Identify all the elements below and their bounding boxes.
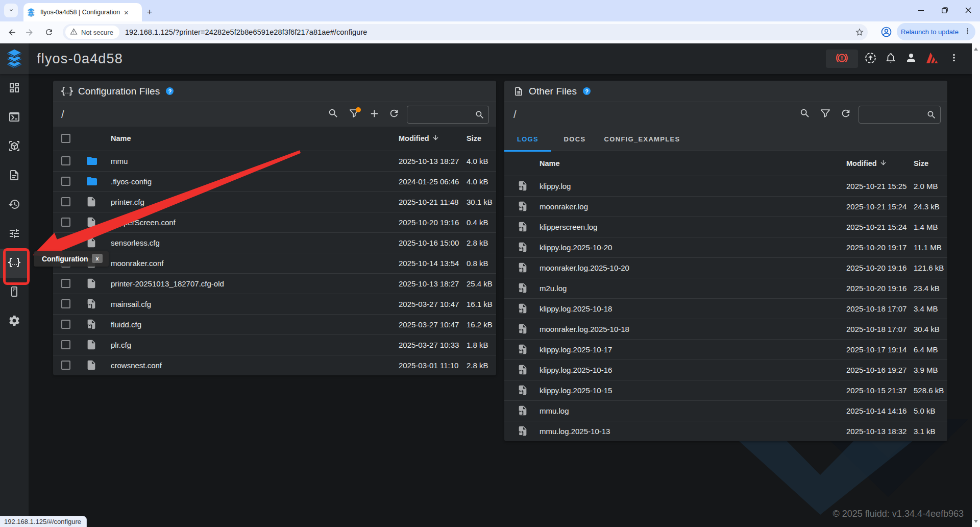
file-lock-icon <box>86 298 103 309</box>
file-row[interactable]: plr.cfg2025-03-27 10:331.8 kB <box>53 334 496 355</box>
file-row[interactable]: KlipperScreen.conf2025-10-20 19:160.4 kB <box>53 212 496 232</box>
file-row[interactable]: klippy.log2025-10-21 15:252.0 MB <box>504 176 947 196</box>
row-checkbox[interactable] <box>61 197 70 206</box>
file-row[interactable]: klippy.log.2025-10-162025-10-16 19:273.9… <box>504 360 947 380</box>
file-row[interactable]: klippy.log.2025-10-182025-10-18 17:073.4… <box>504 298 947 319</box>
profile-avatar-icon[interactable] <box>879 25 893 39</box>
column-size[interactable]: Size <box>467 127 496 151</box>
sidebar-item-console[interactable] <box>0 103 29 132</box>
scroll-down-arrow-icon[interactable] <box>974 520 978 523</box>
cube-scan-icon <box>8 140 20 154</box>
plus-icon <box>369 108 380 122</box>
configuration-files-header[interactable]: Configuration Files ? <box>53 81 496 102</box>
file-row[interactable]: moonraker.conf2025-10-14 13:540.8 kB <box>53 253 496 273</box>
file-row[interactable]: sensorless.cfg2025-10-16 15:002.8 kB <box>53 232 496 253</box>
window-minimize-button[interactable] <box>910 0 933 20</box>
row-checkbox[interactable] <box>61 279 70 288</box>
row-checkbox[interactable] <box>61 340 70 349</box>
file-row[interactable]: mmu.log.2025-10-132025-10-13 18:323.1 kB <box>504 421 947 441</box>
file-row[interactable]: fluidd.cfg2025-03-27 10:4716.2 kB <box>53 314 496 334</box>
reload-button[interactable] <box>42 25 56 39</box>
file-row[interactable]: mainsail.cfg2025-03-27 10:4716.1 kB <box>53 294 496 314</box>
file-row[interactable]: m2u.log2025-10-20 19:1623.4 kB <box>504 278 947 298</box>
other-files-header[interactable]: Other Files ? <box>504 81 947 102</box>
refresh-button[interactable] <box>836 104 856 125</box>
row-checkbox[interactable] <box>61 238 70 247</box>
sidebar-item-cube-scan[interactable] <box>0 132 29 161</box>
new-tab-button[interactable]: + <box>144 7 155 18</box>
brand-button[interactable] <box>923 50 941 68</box>
row-checkbox[interactable] <box>61 156 70 165</box>
filter-button[interactable] <box>815 104 836 125</box>
row-checkbox[interactable] <box>61 320 70 329</box>
file-icon <box>86 217 103 228</box>
sidebar-item-cog[interactable] <box>0 307 29 336</box>
bell-icon <box>885 52 897 66</box>
tab-close-icon[interactable]: × <box>122 8 131 17</box>
search-button[interactable] <box>323 104 344 125</box>
window-close-button[interactable] <box>957 0 979 20</box>
emergency-stop-button[interactable] <box>826 50 858 68</box>
not-secure-chip[interactable]: Not secure <box>65 26 119 39</box>
window-restore-button[interactable] <box>934 0 956 20</box>
select-all-checkbox[interactable] <box>61 134 70 143</box>
sidebar-item-tune[interactable] <box>0 220 29 249</box>
refresh-button[interactable] <box>384 104 404 125</box>
row-checkbox[interactable] <box>61 299 70 308</box>
app-menu-button[interactable] <box>945 50 963 68</box>
tab-config_examples[interactable]: CONFIG_EXAMPLES <box>598 127 686 151</box>
page-scrollbar[interactable] <box>972 43 980 527</box>
notifications-button[interactable] <box>881 50 900 68</box>
bookmark-star-icon[interactable] <box>852 25 867 39</box>
file-row[interactable]: moonraker.log2025-10-21 15:2424.3 kB <box>504 196 947 217</box>
file-row[interactable]: .flyos-config2024-01-25 06:464.0 kB <box>53 171 496 191</box>
relaunch-to-update-button[interactable]: Relaunch to update <box>897 23 975 40</box>
column-name[interactable]: Name <box>540 151 846 176</box>
sidebar-item-history[interactable] <box>0 190 29 220</box>
file-row[interactable]: klippy.log.2025-10-172025-10-17 19:146.4… <box>504 339 947 360</box>
back-button[interactable] <box>5 25 19 39</box>
sidebar-item-file-document[interactable] <box>0 161 29 190</box>
file-row[interactable]: printer-20251013_182707.cfg-old2025-10-1… <box>53 273 496 294</box>
breadcrumb[interactable]: / <box>513 102 517 127</box>
column-size[interactable]: Size <box>914 151 947 176</box>
omnibox[interactable]: Not secure 192.168.1.125/?printer=24282e… <box>63 24 868 40</box>
breadcrumb[interactable]: / <box>61 102 64 127</box>
file-row[interactable]: klipperscreen.log2025-10-21 15:241.4 MB <box>504 217 947 237</box>
tooltip-close-button[interactable]: x <box>92 254 103 263</box>
chevron-down-icon <box>8 6 14 15</box>
file-row[interactable]: mmu.log2025-10-14 14:165.0 kB <box>504 400 947 421</box>
file-row[interactable]: crowsnest.conf2025-03-01 11:102.8 kB <box>53 355 496 375</box>
forward-button[interactable] <box>22 25 36 39</box>
row-checkbox[interactable] <box>61 361 70 370</box>
fluidd-logo-icon[interactable] <box>0 43 29 74</box>
software-update-button[interactable] <box>861 50 879 68</box>
folder-icon <box>86 155 103 167</box>
file-row[interactable]: moonraker.log.2025-10-182025-10-18 17:07… <box>504 319 947 339</box>
filter-button[interactable] <box>344 104 364 125</box>
file-row[interactable]: moonraker.log.2025-10-202025-10-20 19:16… <box>504 257 947 278</box>
search-button[interactable] <box>795 104 815 125</box>
file-row[interactable]: printer.cfg2025-10-21 11:4830.1 kB <box>53 191 496 212</box>
column-modified[interactable]: Modified <box>846 151 914 176</box>
account-button[interactable] <box>902 50 920 68</box>
search-input[interactable] <box>407 106 489 124</box>
help-icon[interactable]: ? <box>166 87 174 95</box>
tab-logs[interactable]: LOGS <box>504 127 551 151</box>
row-checkbox[interactable] <box>61 177 70 186</box>
column-name[interactable]: Name <box>103 127 399 151</box>
search-input[interactable] <box>859 106 941 124</box>
file-row[interactable]: klippy.log.2025-10-202025-10-20 19:1711.… <box>504 237 947 257</box>
sidebar-item-dashboard[interactable] <box>0 74 29 103</box>
column-modified[interactable]: Modified <box>399 127 467 151</box>
scroll-up-arrow-icon[interactable] <box>974 47 978 51</box>
browser-menu-kebab-icon[interactable] <box>964 27 971 37</box>
help-icon[interactable]: ? <box>583 87 591 95</box>
file-row[interactable]: mmu2025-10-13 18:274.0 kB <box>53 151 496 171</box>
tab-docs[interactable]: DOCS <box>551 127 598 151</box>
row-checkbox[interactable] <box>61 218 70 227</box>
add-file-button[interactable] <box>364 104 384 125</box>
tab-search-button[interactable] <box>4 4 18 17</box>
browser-tab[interactable]: flyos-0a4d58 | Configuration × <box>23 3 142 21</box>
file-row[interactable]: klippy.log.2025-10-152025-10-15 21:37528… <box>504 380 947 400</box>
